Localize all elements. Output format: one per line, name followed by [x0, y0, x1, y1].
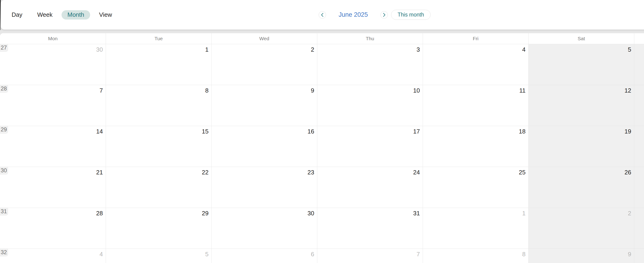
date-label: 16: [308, 128, 314, 134]
date-label: 31: [413, 210, 420, 216]
week-row-32: 32456789: [0, 249, 644, 263]
date-label: 1: [522, 210, 526, 216]
week-row-29: 29141516171819: [0, 126, 644, 167]
date-label: 17: [413, 128, 420, 134]
date-label: 12: [624, 87, 631, 94]
this-month-button[interactable]: This month: [391, 10, 430, 20]
day-cell[interactable]: 3: [317, 44, 423, 85]
day-cell[interactable]: 2: [528, 208, 634, 249]
day-cell[interactable]: 25: [423, 167, 528, 208]
date-label: 18: [519, 128, 526, 134]
day-cell-sun-partial[interactable]: [634, 126, 644, 167]
day-cell[interactable]: 22: [106, 167, 211, 208]
day-cell[interactable]: 7: [317, 249, 423, 263]
day-cell[interactable]: 6: [211, 249, 317, 263]
day-header-tue: Tue: [106, 33, 211, 44]
week-row-30: 30212223242526: [0, 167, 644, 208]
day-cell[interactable]: 9: [528, 249, 634, 263]
date-label: 30: [96, 47, 103, 53]
week-number-badge: 27: [0, 44, 8, 52]
current-month-label[interactable]: June 2025: [326, 11, 380, 18]
day-cell[interactable]: 3021: [0, 167, 106, 208]
date-label: 19: [624, 128, 631, 134]
left-edge-panel: [0, 0, 1, 30]
view-button-view[interactable]: View: [93, 10, 118, 20]
day-cell-sun-partial[interactable]: [634, 85, 644, 126]
day-cell[interactable]: 4: [423, 44, 528, 85]
date-label: 29: [202, 210, 208, 216]
day-header-thu: Thu: [317, 33, 423, 44]
day-header-sat: Sat: [528, 33, 634, 44]
day-cell[interactable]: 8: [106, 85, 211, 126]
day-cell[interactable]: 26: [528, 167, 634, 208]
date-label: 7: [417, 251, 420, 257]
day-cell-sun-partial[interactable]: [634, 167, 644, 208]
month-grid: MonTueWedThuFriSat 273012345287891011122…: [0, 33, 644, 263]
view-switcher: DayWeekMonthView: [1, 10, 118, 20]
day-cell[interactable]: 8: [423, 249, 528, 263]
week-number-badge: 32: [0, 249, 8, 256]
date-label: 22: [202, 169, 208, 175]
prev-month-button[interactable]: [319, 11, 326, 19]
week-row-28: 28789101112: [0, 85, 644, 126]
day-cell[interactable]: 2730: [0, 44, 106, 85]
day-cell[interactable]: 3128: [0, 208, 106, 249]
scheduler-toolbar: DayWeekMonthView June 2025 This month: [1, 0, 644, 30]
date-label: 30: [308, 210, 314, 216]
day-cell[interactable]: 12: [528, 85, 634, 126]
week-number-badge: 31: [0, 208, 8, 215]
week-number-badge: 29: [0, 126, 8, 134]
day-cell[interactable]: 324: [0, 249, 106, 263]
day-cell[interactable]: 24: [317, 167, 423, 208]
view-button-day[interactable]: Day: [6, 10, 28, 20]
date-label: 9: [311, 87, 314, 94]
view-button-month[interactable]: Month: [62, 10, 90, 20]
day-cell[interactable]: 10: [317, 85, 423, 126]
date-navigator: June 2025 This month: [319, 0, 430, 30]
day-header-row: MonTueWedThuFriSat: [0, 33, 644, 44]
day-cell[interactable]: 23: [211, 167, 317, 208]
view-button-week[interactable]: Week: [31, 10, 58, 20]
day-cell[interactable]: 1: [106, 44, 211, 85]
date-label: 1: [205, 47, 208, 53]
day-header-sun-partial: [634, 33, 644, 44]
date-label: 7: [100, 87, 103, 94]
date-label: 15: [202, 128, 208, 134]
day-cell[interactable]: 29: [106, 208, 211, 249]
day-cell-sun-partial[interactable]: [634, 44, 644, 85]
date-label: 14: [96, 128, 103, 134]
date-label: 26: [624, 169, 631, 175]
date-label: 24: [413, 169, 420, 175]
day-cell[interactable]: 2: [211, 44, 317, 85]
chevron-right-icon: [382, 13, 386, 17]
chevron-left-icon: [321, 13, 324, 17]
next-month-button[interactable]: [380, 11, 388, 19]
day-cell[interactable]: 16: [211, 126, 317, 167]
date-label: 28: [96, 210, 103, 216]
day-cell[interactable]: 9: [211, 85, 317, 126]
day-cell[interactable]: 287: [0, 85, 106, 126]
date-label: 6: [311, 251, 314, 257]
date-label: 8: [522, 251, 526, 257]
day-header-wed: Wed: [211, 33, 317, 44]
day-cell[interactable]: 5: [106, 249, 211, 263]
day-cell-sun-partial[interactable]: [634, 208, 644, 249]
date-label: 3: [417, 47, 420, 53]
date-label: 2: [628, 210, 631, 216]
day-cell[interactable]: 2914: [0, 126, 106, 167]
day-cell[interactable]: 1: [423, 208, 528, 249]
day-cell[interactable]: 18: [423, 126, 528, 167]
date-label: 8: [205, 87, 208, 94]
week-number-badge: 28: [0, 85, 8, 93]
day-cell-sun-partial[interactable]: [634, 249, 644, 263]
day-cell[interactable]: 31: [317, 208, 423, 249]
date-label: 4: [522, 47, 526, 53]
day-cell[interactable]: 15: [106, 126, 211, 167]
day-cell[interactable]: 17: [317, 126, 423, 167]
date-label: 25: [519, 169, 526, 175]
date-label: 10: [413, 87, 420, 94]
day-cell[interactable]: 11: [423, 85, 528, 126]
day-cell[interactable]: 30: [211, 208, 317, 249]
day-cell[interactable]: 19: [528, 126, 634, 167]
day-cell[interactable]: 5: [528, 44, 634, 85]
